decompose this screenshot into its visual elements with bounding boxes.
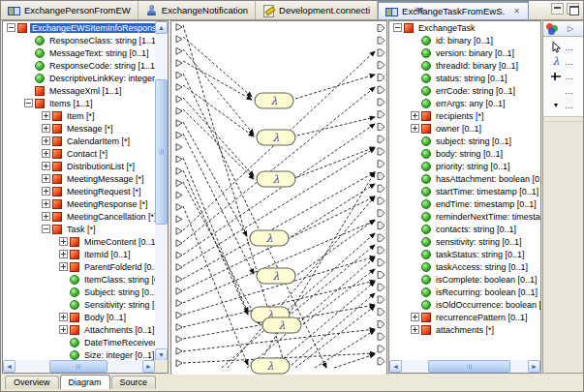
maximize-button[interactable]: [567, 3, 579, 15]
source-tree-node-row[interactable]: MimeContent [0..1]: [3, 235, 156, 248]
tree-node-label[interactable]: subject: string [0..1]: [434, 136, 513, 146]
source-port[interactable]: [176, 324, 182, 331]
tree-node-label[interactable]: Body [0..1]: [82, 313, 128, 322]
tree-node-label[interactable]: endTime: timestamp [0..1]: [434, 199, 538, 209]
connection-line[interactable]: [183, 109, 254, 179]
expand-icon[interactable]: [59, 313, 68, 321]
source-port[interactable]: [176, 347, 182, 354]
source-tree-node-row[interactable]: ResponseCode: string [1..1]: [3, 59, 156, 72]
source-tree-node-row[interactable]: Task [*]: [3, 223, 156, 235]
tree-node-label[interactable]: errArgs: any [0..1]: [434, 99, 507, 108]
tab-overflow-chevron[interactable]: »5: [415, 4, 423, 15]
target-tree-node-row[interactable]: threadId: binary [0..1]: [389, 59, 540, 72]
expand-icon[interactable]: [42, 199, 50, 208]
connection-line[interactable]: [183, 49, 254, 135]
tree-node-label[interactable]: startTime: timestamp [0..1]: [434, 187, 540, 196]
palette-tool-lambda[interactable]: λ…: [543, 54, 583, 69]
scrollbar-thumb[interactable]: [155, 79, 168, 225]
tree-node-label[interactable]: MeetingMessage [*]: [65, 174, 146, 184]
tree-node-label[interactable]: MeetingRequest [*]: [65, 187, 143, 196]
target-port[interactable]: [378, 210, 384, 217]
source-port[interactable]: [176, 180, 182, 187]
target-port[interactable]: [378, 148, 384, 155]
target-tree-node-row[interactable]: id: binary [0..1]: [389, 34, 540, 46]
target-port[interactable]: [378, 309, 384, 316]
target-tree-node-row[interactable]: isRecurring: boolean [0..1]: [389, 286, 540, 298]
tree-node-label[interactable]: threadId: binary [0..1]: [434, 61, 520, 71]
source-tree-node-row[interactable]: DistributionList [*]: [3, 160, 156, 172]
source-tree-node-row[interactable]: Item [*]: [3, 109, 156, 122]
source-port[interactable]: [176, 312, 182, 318]
scroll-right-icon[interactable]: ►: [142, 360, 155, 373]
editor-tab-3[interactable]: Development.connecti: [256, 1, 378, 19]
source-port[interactable]: [176, 276, 182, 283]
scroll-left-icon[interactable]: ◄: [3, 360, 15, 373]
source-port[interactable]: [176, 300, 182, 307]
tree-node-label[interactable]: ExchangeEWSItemInfoResponse: [30, 23, 156, 33]
target-tree-node-row[interactable]: errCode: string [0..1]: [389, 84, 540, 97]
connection-line[interactable]: [297, 117, 375, 136]
connection-line[interactable]: [183, 256, 375, 315]
source-tree-node-row[interactable]: Sensitivity: string [0..1]: [3, 298, 156, 311]
tree-node-label[interactable]: ResponseCode: string [1..1]: [47, 61, 156, 71]
connection-line[interactable]: [334, 354, 375, 368]
target-tree-node-row[interactable]: status: string [0..1]: [389, 72, 540, 84]
source-port[interactable]: [176, 227, 182, 234]
expand-icon[interactable]: [59, 262, 68, 271]
target-port[interactable]: [378, 124, 384, 131]
tree-node-label[interactable]: MessageText: string [0..1]: [47, 48, 151, 58]
source-port[interactable]: [176, 36, 182, 43]
palette-collapse-icon[interactable]: ▷: [568, 24, 573, 33]
source-tree-node-row[interactable]: CalendarItem [*]: [3, 135, 156, 147]
target-port[interactable]: [378, 333, 384, 340]
source-tree-node-row[interactable]: ExchangeEWSItemInfoResponse: [3, 21, 156, 34]
tree-node-label[interactable]: isOldOccurrence: boolean [0..1]: [434, 300, 540, 310]
tree-node-label[interactable]: status: string [0..1]: [434, 74, 509, 83]
tree-node-label[interactable]: DateTimeReceived: timestamp [0..1]: [82, 338, 156, 347]
target-tree-node-row[interactable]: attachments [*]: [389, 323, 540, 336]
scroll-right-icon[interactable]: ►: [528, 360, 540, 373]
source-port[interactable]: [176, 156, 182, 163]
target-tree-node-row[interactable]: priority: string [0..1]: [389, 160, 540, 172]
tree-node-label[interactable]: taskStatus: string [0..1]: [434, 250, 527, 259]
target-tree-node-row[interactable]: isComplete: boolean [0..1]: [389, 273, 540, 286]
tree-node-label[interactable]: isComplete: boolean [0..1]: [434, 275, 539, 285]
tree-node-label[interactable]: DistributionList [*]: [65, 162, 137, 171]
tree-node-label[interactable]: body: string [0..1]: [434, 149, 505, 159]
target-port[interactable]: [378, 99, 384, 106]
target-port[interactable]: [378, 259, 384, 266]
tree-node-label[interactable]: ExchangeTask: [416, 23, 477, 33]
expand-icon[interactable]: [411, 313, 419, 321]
target-port[interactable]: [378, 136, 384, 142]
target-tree-node-row[interactable]: taskStatus: string [0..1]: [389, 248, 540, 260]
target-port[interactable]: [378, 25, 384, 32]
tree-node-label[interactable]: MimeContent [0..1]: [82, 237, 156, 247]
expand-icon[interactable]: [42, 187, 50, 196]
target-port[interactable]: [378, 111, 384, 118]
source-port[interactable]: [176, 192, 182, 198]
lambda-node[interactable]: λ: [251, 358, 290, 374]
target-port[interactable]: [378, 86, 384, 93]
source-tree-node-row[interactable]: Body [0..1]: [3, 311, 156, 323]
connection-line[interactable]: [183, 98, 254, 176]
expand-icon[interactable]: [411, 124, 419, 133]
expand-icon[interactable]: [42, 149, 50, 158]
source-port[interactable]: [176, 60, 182, 67]
target-tree-node-row[interactable]: subject: string [0..1]: [389, 135, 540, 147]
target-port[interactable]: [378, 37, 384, 44]
expand-icon[interactable]: [42, 136, 50, 145]
target-tree-node-row[interactable]: sensitivity: string [0..1]: [389, 235, 540, 248]
scroll-left-icon[interactable]: ◄: [389, 360, 402, 373]
source-port[interactable]: [176, 167, 182, 174]
palette-tool-connector[interactable]: …: [543, 69, 583, 83]
source-tree-node-row[interactable]: ResponseClass: string [1..1]: [3, 34, 156, 46]
tree-node-label[interactable]: version: binary [0..1]: [434, 48, 516, 58]
tree-node-label[interactable]: MeetingResponse [*]: [65, 199, 150, 209]
tree-node-label[interactable]: Message [*]: [65, 124, 115, 134]
source-port[interactable]: [176, 84, 182, 91]
tree-node-label[interactable]: DescriptiveLinkKey: integer [0..1]: [47, 74, 156, 83]
source-port[interactable]: [176, 72, 182, 78]
target-tree-node-row[interactable]: recipients [*]: [389, 109, 540, 122]
mapping-canvas[interactable]: λλλλλλλλ: [170, 20, 387, 377]
target-tree-node-row[interactable]: errArgs: any [0..1]: [389, 97, 540, 109]
